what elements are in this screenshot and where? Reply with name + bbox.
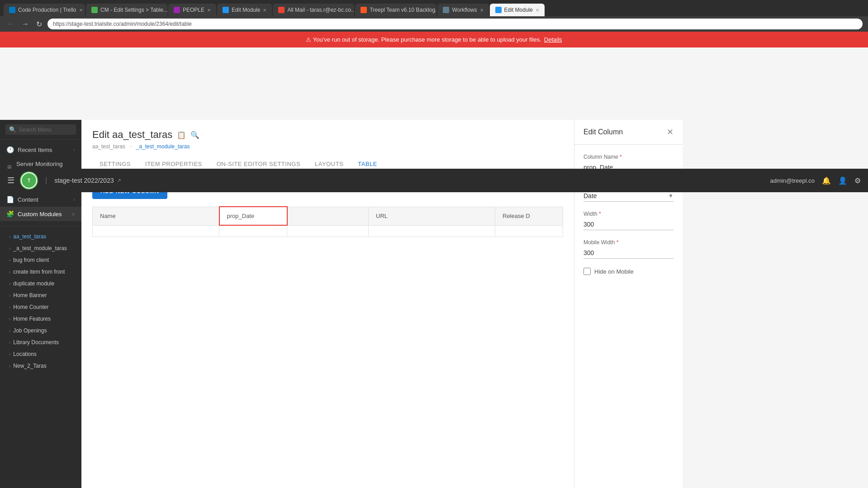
hamburger-menu[interactable]: ☰ bbox=[7, 175, 14, 185]
tree-item-aa_test_taras[interactable]: › aa_test_taras ← bbox=[0, 231, 81, 242]
settings-icon[interactable]: ⚙ bbox=[854, 176, 861, 185]
tree-item-create_item_from_front[interactable]: › create item from front bbox=[0, 266, 81, 278]
tab-trello[interactable]: Code Production | Trello ✕ bbox=[4, 4, 85, 16]
forward-button[interactable]: → bbox=[20, 19, 31, 29]
browser-chrome: Code Production | Trello ✕ CM - Edit Set… bbox=[0, 0, 868, 32]
search-icon: 🔍 bbox=[9, 126, 16, 133]
tab-close-edit-module-2[interactable]: ✕ bbox=[536, 8, 539, 13]
search-box: 🔍 bbox=[0, 120, 81, 140]
sidebar-item-content[interactable]: 📄 Content › bbox=[0, 192, 81, 207]
back-button[interactable]: ← bbox=[5, 19, 16, 29]
tree-label-home_features: Home Features bbox=[13, 316, 76, 322]
top-nav-right: admin@treepl.co 🔔 👤 ⚙ bbox=[770, 176, 861, 185]
tab-label-treepl: Treepl Team v6.10 Backlog... bbox=[370, 7, 436, 13]
alert-details-link[interactable]: Details bbox=[544, 36, 562, 43]
form-group-hide-on-mobile: Hide on Mobile bbox=[583, 268, 674, 275]
recent-items-chevron: › bbox=[73, 147, 75, 152]
tree-chevron-home_banner: › bbox=[9, 293, 10, 298]
tree-chevron-home_counter: › bbox=[9, 305, 10, 310]
tab-cm[interactable]: CM - Edit Settings > Table... ✕ bbox=[86, 4, 167, 16]
panel-header: Edit Column ✕ bbox=[574, 120, 683, 145]
tree-chevron-_a_test_module_taras: › bbox=[9, 246, 10, 251]
panel-title: Edit Column bbox=[583, 128, 623, 136]
tree-item-new_2_taras[interactable]: › New_2_Taras bbox=[0, 360, 81, 372]
tab-workflows[interactable]: Workflows ✕ bbox=[437, 4, 489, 16]
tree-label-bug_from_client: bug from client bbox=[13, 257, 76, 263]
tree-item-duplicate_module[interactable]: › duplicate module bbox=[0, 278, 81, 289]
panel-body: Column Name * Property * Date Text bbox=[574, 145, 683, 488]
tab-edit-module-1[interactable]: Edit Module ✕ bbox=[217, 4, 272, 16]
tab-favicon-people bbox=[174, 7, 180, 13]
cell-name bbox=[93, 225, 219, 237]
col-header-release_d[interactable]: Release D bbox=[495, 207, 563, 225]
search-input-wrap: 🔍 bbox=[5, 124, 76, 135]
tab-label-gmail: All Mail - taras.r@ez-bc.co... bbox=[287, 7, 354, 13]
panel-close-button[interactable]: ✕ bbox=[667, 127, 674, 137]
alert-message: ⚠ You've run out of storage. Please purc… bbox=[306, 36, 541, 43]
tab-label-cm: CM - Edit Settings > Table... bbox=[100, 7, 167, 13]
page-header: Edit aa_test_taras 📋 🔍 aa_test_taras → _… bbox=[81, 120, 574, 150]
tree-item-_a_test_module_taras[interactable]: › _a_test_module_taras bbox=[0, 242, 81, 254]
tab-label-edit-module-2: Edit Module bbox=[504, 7, 533, 13]
tab-label-workflows: Workflows bbox=[452, 7, 477, 13]
tree-label-create_item_from_front: create item from front bbox=[13, 269, 76, 275]
address-bar[interactable]: https://stage-test.trialsite.co/admin/mo… bbox=[47, 19, 863, 29]
tree-chevron-job_openings: › bbox=[9, 328, 10, 333]
mobile-width-label: Mobile Width * bbox=[583, 239, 674, 246]
notifications-icon[interactable]: 🔔 bbox=[822, 176, 831, 185]
tree-label-library_documents: Library Documents bbox=[13, 339, 76, 346]
tree-item-locations[interactable]: › Locations bbox=[0, 348, 81, 360]
tab-people[interactable]: PEOPLE ✕ bbox=[168, 4, 216, 16]
tab-close-trello[interactable]: ✕ bbox=[79, 8, 83, 13]
url-display: https://stage-test.trialsite.co/admin/mo… bbox=[53, 21, 192, 27]
hide-on-mobile-label[interactable]: Hide on Mobile bbox=[594, 268, 634, 275]
search-zoom-icon[interactable]: 🔍 bbox=[190, 131, 199, 139]
tree-item-home_features[interactable]: › Home Features bbox=[0, 313, 81, 325]
sidebar-item-recent-items[interactable]: 🕐 Recent Items › bbox=[0, 142, 81, 157]
tree-item-home_counter[interactable]: › Home Counter bbox=[0, 301, 81, 313]
recent-items-icon: 🕐 bbox=[6, 146, 14, 153]
user-profile-icon[interactable]: 👤 bbox=[838, 176, 847, 185]
page-title-row: Edit aa_test_taras 📋 🔍 bbox=[92, 129, 563, 141]
sidebar-item-custom-modules[interactable]: 🧩 Custom Modules ∨ bbox=[0, 207, 81, 221]
col-header-col3[interactable] bbox=[287, 207, 369, 225]
tab-favicon-workflows bbox=[443, 7, 449, 13]
sidebar-label-content: Content bbox=[18, 196, 70, 203]
breadcrumb-link[interactable]: _a_test_module_taras bbox=[136, 143, 190, 150]
tab-treepl[interactable]: Treepl Team v6.10 Backlog... ✕ bbox=[355, 4, 436, 16]
tree-chevron-bug_from_client: › bbox=[9, 258, 10, 263]
tree-item-home_banner[interactable]: › Home Banner bbox=[0, 289, 81, 301]
width-input[interactable] bbox=[583, 219, 674, 230]
mobile-width-input[interactable] bbox=[583, 247, 674, 259]
page-title: Edit aa_test_taras bbox=[92, 129, 172, 141]
tab-label-edit-module-1: Edit Module bbox=[232, 7, 260, 13]
tree-item-bug_from_client[interactable]: › bug from client bbox=[0, 254, 81, 266]
column-name-label: Column Name * bbox=[583, 154, 674, 160]
col-header-name[interactable]: Name bbox=[93, 207, 219, 225]
col-header-prop_date[interactable]: prop_Date bbox=[219, 207, 287, 225]
tab-close-people[interactable]: ✕ bbox=[207, 8, 211, 13]
custom-modules-chevron: ∨ bbox=[71, 211, 75, 217]
external-link-icon[interactable]: ↗ bbox=[117, 177, 121, 184]
tab-close-workflows[interactable]: ✕ bbox=[480, 8, 484, 13]
content-icon: 📄 bbox=[6, 196, 14, 203]
refresh-button[interactable]: ↻ bbox=[34, 19, 44, 29]
tree-label-_a_test_module_taras: _a_test_module_taras bbox=[13, 245, 76, 251]
tab-gmail[interactable]: All Mail - taras.r@ez-bc.co... ✕ bbox=[273, 4, 354, 16]
sidebar-tree-section: › aa_test_taras ← › _a_test_module_taras… bbox=[0, 228, 81, 374]
breadcrumb: aa_test_taras → _a_test_module_taras bbox=[92, 143, 563, 150]
column-name-required: * bbox=[620, 154, 622, 160]
tree-chevron-create_item_from_front: › bbox=[9, 270, 10, 275]
tab-close-edit-module-1[interactable]: ✕ bbox=[263, 8, 266, 13]
tab-favicon-cm bbox=[91, 7, 98, 13]
copy-icon[interactable]: 📋 bbox=[177, 131, 186, 139]
search-input[interactable] bbox=[19, 127, 72, 133]
hide-on-mobile-checkbox[interactable] bbox=[583, 268, 591, 275]
tab-edit-module-2[interactable]: Edit Module ✕ bbox=[490, 4, 545, 16]
tree-item-library_documents[interactable]: › Library Documents bbox=[0, 336, 81, 348]
content-chevron: › bbox=[73, 197, 75, 202]
tree-chevron-home_features: › bbox=[9, 317, 10, 322]
col-header-url[interactable]: URL bbox=[369, 207, 495, 225]
table-row bbox=[93, 225, 563, 237]
tree-item-job_openings[interactable]: › Job Openings bbox=[0, 325, 81, 336]
